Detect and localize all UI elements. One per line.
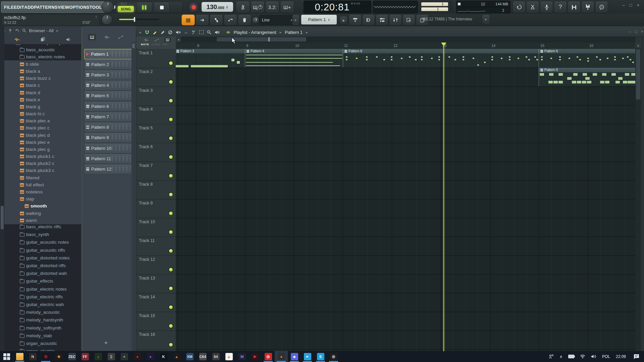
tool-mode-selector[interactable]: Line▸ bbox=[259, 15, 296, 25]
track-header[interactable]: Track 14 bbox=[136, 293, 176, 312]
cut-tool-button[interactable] bbox=[526, 1, 539, 13]
mute-tool-icon[interactable] bbox=[176, 30, 181, 35]
clock[interactable]: 22:09 bbox=[616, 354, 626, 359]
tool-menu-arrow[interactable]: ▸ bbox=[292, 14, 300, 25]
tree-item[interactable]: filtered bbox=[4, 174, 81, 181]
vlc-player[interactable]: ▲ bbox=[222, 351, 235, 362]
scroll-up-button[interactable]: ∧ bbox=[635, 43, 641, 48]
shuffle-slider[interactable] bbox=[119, 19, 159, 20]
tree-item[interactable]: bass_electric notes bbox=[4, 53, 81, 60]
stop-button[interactable] bbox=[154, 2, 170, 13]
gamepad-app[interactable]: + bbox=[118, 351, 131, 362]
song-mode-button[interactable]: SONG bbox=[118, 6, 134, 12]
tree-item[interactable]: black pluck1 c bbox=[4, 153, 81, 160]
track-header[interactable]: Track 15 bbox=[136, 312, 176, 331]
pattern-row[interactable]: Pattern 12 bbox=[84, 164, 133, 174]
hint-next-arrow[interactable]: ▸ bbox=[482, 14, 490, 24]
tree-item[interactable]: black pluck2 c bbox=[4, 160, 81, 167]
track-header[interactable]: Track 5 bbox=[136, 124, 176, 143]
tempo-display[interactable]: 130.000 ▲▼ bbox=[202, 2, 233, 12]
purple-app[interactable]: ● bbox=[144, 351, 157, 362]
track-header[interactable]: Track 2 bbox=[136, 68, 176, 87]
zx-spectrum-app[interactable]: ZEC bbox=[65, 351, 78, 362]
swing-mini-knob[interactable] bbox=[252, 17, 259, 24]
draw-tool-icon[interactable] bbox=[153, 30, 157, 35]
menu-item[interactable]: ADD bbox=[24, 5, 34, 10]
playlist-title[interactable]: Playlist - Arrangement bbox=[234, 30, 276, 35]
track-header[interactable]: Track 1 bbox=[136, 49, 176, 68]
browser-tab-files[interactable] bbox=[30, 37, 55, 42]
pattern-row[interactable]: Pattern 8 bbox=[84, 122, 133, 132]
maximize-button[interactable]: □ bbox=[630, 3, 632, 8]
select-tool-icon[interactable] bbox=[199, 30, 204, 34]
wait-for-input-button[interactable]: Щ bbox=[251, 1, 265, 13]
browser-search-icon[interactable] bbox=[22, 28, 26, 33]
pattern-clip[interactable]: Pattern 3 bbox=[176, 49, 245, 67]
playlist-maximize-button[interactable]: □ bbox=[635, 29, 637, 34]
record-button[interactable] bbox=[188, 1, 200, 13]
tree-item[interactable]: bass_acoustic bbox=[4, 46, 81, 53]
main-volume-knob[interactable] bbox=[102, 1, 114, 13]
tree-item[interactable]: bass_synth bbox=[4, 231, 81, 238]
minimize-button[interactable]: – bbox=[622, 3, 625, 8]
flame-app[interactable]: ▲ bbox=[170, 351, 183, 362]
n64-emulator[interactable]: 64 bbox=[209, 351, 222, 362]
tree-item[interactable]: b slide bbox=[4, 61, 81, 68]
handheld-app[interactable]: ▯ bbox=[105, 351, 118, 362]
tree-item[interactable]: organ_acoustic bbox=[4, 340, 81, 347]
paint-tool-icon[interactable] bbox=[160, 30, 165, 35]
step-edit-button[interactable] bbox=[210, 14, 223, 25]
pattern-clip[interactable]: Pattern 6 bbox=[343, 49, 539, 67]
opera-browser[interactable]: O bbox=[39, 351, 52, 362]
media-player-app[interactable]: ♪ bbox=[92, 351, 105, 362]
next-pattern-button[interactable]: ➔ bbox=[196, 14, 209, 25]
tree-item[interactable]: smooth bbox=[4, 202, 81, 209]
browser-tab-plugins[interactable] bbox=[56, 38, 81, 42]
delete-tool-icon[interactable] bbox=[168, 30, 172, 35]
pattern-row[interactable]: Pattern 7 bbox=[84, 112, 133, 122]
playlist-titlebar[interactable]: ▸ ↔ Playlist - Arrangement ▸ Pattern 1 ▸… bbox=[136, 28, 644, 37]
playlist-hscrollbar[interactable]: ◂ bbox=[176, 37, 635, 43]
undo-button[interactable] bbox=[513, 1, 526, 13]
vscroll-handle[interactable] bbox=[636, 49, 640, 100]
menu-item[interactable]: EDIT bbox=[14, 5, 24, 10]
track-header[interactable]: Track 6 bbox=[136, 143, 176, 162]
save-new-version-button[interactable] bbox=[581, 1, 594, 13]
typing-keyboard-button[interactable]: Ш+ bbox=[280, 1, 294, 13]
pattern-clip[interactable]: Pattern 6 bbox=[539, 49, 635, 67]
tree-item[interactable]: black hi c bbox=[4, 110, 81, 117]
browser-title[interactable]: Browser - All bbox=[29, 28, 54, 33]
audio-icon[interactable] bbox=[104, 35, 110, 39]
track-header[interactable]: Track 10 bbox=[136, 218, 176, 237]
detach-window-button[interactable] bbox=[349, 14, 362, 25]
red-character-app[interactable]: ● bbox=[131, 351, 144, 362]
pattern-add-button[interactable]: + bbox=[104, 340, 108, 346]
tree-item[interactable]: black d bbox=[4, 89, 81, 96]
pattern-clip[interactable]: Pattern 5 bbox=[539, 68, 635, 86]
tree-item[interactable]: guitar_electric notes bbox=[4, 286, 81, 293]
master-volume-slider[interactable] bbox=[421, 2, 448, 6]
shuffle-knob[interactable] bbox=[102, 14, 112, 25]
pattern-row[interactable]: Pattern 5 bbox=[84, 90, 133, 101]
track-led-icon[interactable] bbox=[169, 324, 173, 328]
save-button[interactable] bbox=[568, 1, 581, 13]
menu-item[interactable]: PATTERNS bbox=[34, 5, 58, 10]
orange-app[interactable]: ◆ bbox=[52, 351, 65, 362]
fl-studio[interactable]: ● bbox=[275, 351, 288, 362]
pattern-row[interactable]: Pattern 6 bbox=[84, 101, 133, 112]
tree-item[interactable]: organ_electric bbox=[4, 348, 81, 351]
track-led-icon[interactable] bbox=[169, 136, 173, 140]
pat-mode-label[interactable]: PAT bbox=[121, 2, 127, 5]
track-led-icon[interactable] bbox=[169, 305, 173, 309]
menu-item[interactable]: VIEW bbox=[58, 5, 69, 10]
tree-item[interactable]: melody_softsynth bbox=[4, 324, 81, 331]
hscroll-handle[interactable] bbox=[217, 37, 306, 42]
track-header[interactable]: Track 8 bbox=[136, 180, 176, 199]
tree-item[interactable]: guitar_distorted wah bbox=[4, 270, 81, 277]
tree-item[interactable]: guitar_electric wah bbox=[4, 301, 81, 308]
tree-item[interactable]: guitar_distorted notes bbox=[4, 254, 81, 261]
tree-item[interactable]: bass_electric riffs bbox=[4, 223, 81, 230]
track-led-icon[interactable] bbox=[169, 287, 173, 290]
metronome-button[interactable] bbox=[236, 1, 250, 13]
tree-item[interactable]: guitar_acoustic riffs bbox=[4, 247, 81, 254]
